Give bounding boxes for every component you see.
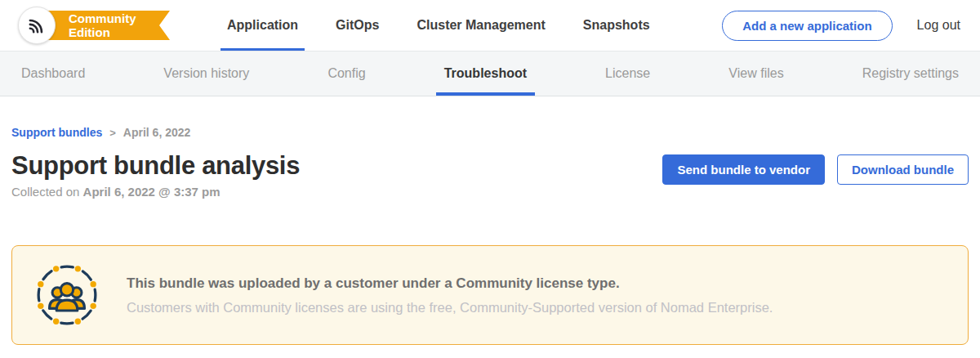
replicated-logo-icon[interactable]: [18, 7, 56, 44]
community-edition-label: Community Edition: [69, 11, 150, 39]
subnav-dashboard[interactable]: Dashboard: [21, 51, 85, 96]
community-people-icon: [33, 262, 100, 329]
top-navbar: Community Edition Application GitOps Clu…: [0, 0, 980, 51]
banner-heading: This bundle was uploaded by a customer u…: [127, 275, 773, 292]
breadcrumb-current: April 6, 2022: [123, 126, 191, 139]
subnav-config[interactable]: Config: [327, 51, 365, 96]
main-content: Support bundles > April 6, 2022 Support …: [0, 126, 980, 345]
tab-gitops[interactable]: GitOps: [336, 0, 379, 51]
primary-nav: Application GitOps Cluster Management Sn…: [227, 0, 650, 51]
banner-text: This bundle was uploaded by a customer u…: [127, 275, 773, 315]
subnav-view-files[interactable]: View files: [728, 51, 783, 96]
subnav-version-history[interactable]: Version history: [163, 51, 249, 96]
subnav-registry-settings[interactable]: Registry settings: [862, 51, 959, 96]
app-subnav: Dashboard Version history Config Trouble…: [0, 51, 980, 96]
title-row: Support bundle analysis Collected on Apr…: [11, 151, 969, 199]
send-bundle-to-vendor-button[interactable]: Send bundle to vendor: [662, 154, 825, 185]
breadcrumb-separator: >: [109, 127, 116, 139]
breadcrumb-support-bundles-link[interactable]: Support bundles: [11, 126, 102, 139]
community-edition-badge: Community Edition: [39, 11, 170, 40]
collected-prefix: Collected on: [11, 185, 79, 199]
tab-cluster-management[interactable]: Cluster Management: [416, 0, 545, 51]
tab-snapshots[interactable]: Snapshots: [583, 0, 650, 51]
community-license-banner: This bundle was uploaded by a customer u…: [11, 245, 969, 345]
header-actions: Add a new application Log out: [722, 11, 960, 41]
subnav-license[interactable]: License: [605, 51, 650, 96]
logout-link[interactable]: Log out: [917, 18, 960, 33]
subnav-troubleshoot[interactable]: Troubleshoot: [444, 51, 527, 96]
collected-date: April 6, 2022 @ 3:37 pm: [83, 185, 220, 199]
breadcrumb: Support bundles > April 6, 2022: [11, 126, 969, 139]
collected-timestamp: Collected on April 6, 2022 @ 3:37 pm: [11, 185, 300, 199]
add-application-button[interactable]: Add a new application: [722, 11, 892, 41]
banner-subtext: Customers with Community licenses are us…: [127, 300, 773, 315]
page-title: Support bundle analysis: [11, 151, 300, 181]
bundle-actions: Send bundle to vendor Download bundle: [662, 154, 969, 185]
brand: Community Edition: [18, 7, 170, 44]
download-bundle-button[interactable]: Download bundle: [837, 154, 969, 185]
tab-application[interactable]: Application: [227, 0, 298, 51]
title-block: Support bundle analysis Collected on Apr…: [11, 151, 300, 199]
